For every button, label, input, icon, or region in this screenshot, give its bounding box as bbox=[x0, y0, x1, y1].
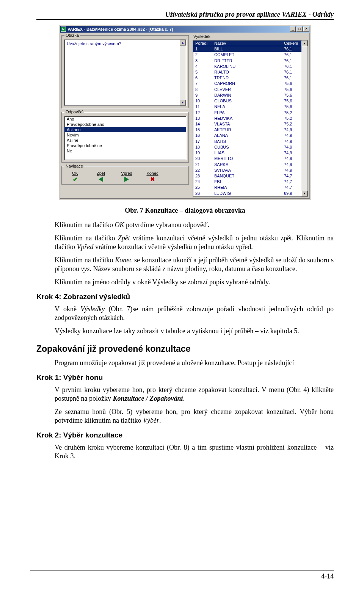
paragraph: Ze seznamu honů (Obr. 5) vybereme hon, p… bbox=[55, 408, 334, 425]
answer-option[interactable]: Pravděpodobně ne bbox=[64, 143, 186, 148]
ok-button[interactable]: OK ✔ bbox=[65, 171, 85, 183]
maximize-button[interactable]: □ bbox=[297, 27, 303, 32]
table-row[interactable]: 24EBI74,7 bbox=[193, 179, 308, 185]
answer-option[interactable]: Nevím bbox=[64, 132, 186, 138]
back-button[interactable]: Zpět bbox=[91, 171, 111, 183]
ok-button-label: OK bbox=[65, 171, 85, 176]
table-row[interactable]: 4KAROLINU76,1 bbox=[193, 64, 308, 69]
cell-name: RHEIA bbox=[212, 185, 282, 190]
cell-name: VLASTA bbox=[212, 121, 282, 127]
paragraph: Ve druhém kroku vybereme konzultaci (Obr… bbox=[55, 443, 334, 461]
table-row[interactable]: 16ALANA74,9 bbox=[193, 133, 308, 138]
close-button[interactable]: × bbox=[303, 27, 309, 32]
table-row[interactable]: 25RHEIA74,7 bbox=[193, 185, 308, 190]
table-row[interactable]: 19ILIAS74,9 bbox=[193, 150, 308, 156]
question-scrollbar[interactable]: ▲ ▼ bbox=[180, 40, 186, 105]
cell-rank: 18 bbox=[193, 144, 212, 150]
result-header-name[interactable]: Název bbox=[212, 41, 282, 46]
result-table-wrap: Pořadí Název Celkem 1BILL76,12COMPLET76,… bbox=[193, 40, 308, 197]
group-navigation-label: Navigace bbox=[64, 164, 84, 168]
forward-button-label: Vpřed bbox=[116, 171, 137, 176]
cell-rank: 15 bbox=[193, 127, 212, 133]
table-row[interactable]: 21SARKA74,9 bbox=[193, 161, 308, 167]
answer-option[interactable]: Pravděpodobně ano bbox=[64, 122, 186, 127]
end-button[interactable]: Konec ✖ bbox=[142, 171, 163, 183]
titlebar[interactable]: N VARIEX - Baze\Pšenice ozimá 2004.n32 -… bbox=[60, 26, 310, 33]
table-row[interactable]: 5RIALTO76,1 bbox=[193, 69, 308, 75]
cell-name: DARWIN bbox=[212, 92, 282, 98]
table-row[interactable]: 20MERITTO74,9 bbox=[193, 156, 308, 161]
cell-rank: 2 bbox=[193, 52, 212, 58]
table-row[interactable]: 3DRIFTER76,1 bbox=[193, 58, 308, 63]
result-table[interactable]: Pořadí Název Celkem 1BILL76,12COMPLET76,… bbox=[193, 41, 308, 196]
doc-header: Uživatelská příručka pro provoz aplikace… bbox=[36, 11, 334, 19]
cell-rank: 14 bbox=[193, 121, 212, 127]
cell-rank: 24 bbox=[193, 179, 212, 185]
cell-name: ELPA bbox=[212, 110, 282, 115]
table-row[interactable]: 23BANQUET74,7 bbox=[193, 173, 308, 179]
scroll-down-icon[interactable]: ▼ bbox=[301, 191, 308, 196]
cell-name: EBI bbox=[212, 179, 282, 185]
result-scrollbar[interactable]: ▲ ▼ bbox=[301, 41, 308, 196]
cell-name: CUBUS bbox=[212, 144, 282, 150]
scroll-track[interactable] bbox=[301, 46, 308, 191]
table-row[interactable]: 8CLEVER75,6 bbox=[193, 87, 308, 92]
section-heading: Zopakování již provedené konzultace bbox=[36, 344, 334, 354]
cell-name: ILIAS bbox=[212, 150, 282, 156]
table-row[interactable]: 1BILL76,1 bbox=[193, 46, 308, 52]
table-row[interactable]: 12ELPA75,2 bbox=[193, 110, 308, 115]
x-icon: ✖ bbox=[150, 176, 155, 183]
cell-rank: 10 bbox=[193, 98, 212, 104]
cell-name: BATIS bbox=[212, 139, 282, 144]
cell-name: COMPLET bbox=[212, 52, 282, 58]
table-row[interactable]: 11NELA75,6 bbox=[193, 104, 308, 110]
table-row[interactable]: 18CUBUS74,9 bbox=[193, 144, 308, 150]
question-textbox: Uvažujete s raným výsevem? ▲ ▼ bbox=[64, 39, 186, 106]
cell-name: BANQUET bbox=[212, 173, 282, 179]
answer-option[interactable]: Asi ne bbox=[64, 138, 186, 143]
paragraph: Kliknutím na tlačítko OK potvrdíme vybra… bbox=[55, 221, 334, 229]
group-question-label: Otázka bbox=[64, 33, 80, 38]
paragraph: Kliknutím na tlačítko Konec se konzultac… bbox=[55, 256, 334, 273]
arrow-left-icon bbox=[99, 177, 103, 182]
scroll-up-icon[interactable]: ▲ bbox=[180, 40, 186, 45]
table-row[interactable]: 15AKTEUR74,9 bbox=[193, 127, 308, 133]
table-row[interactable]: 2COMPLET76,1 bbox=[193, 52, 308, 58]
cell-rank: 13 bbox=[193, 116, 212, 121]
result-header-rank[interactable]: Pořadí bbox=[193, 41, 212, 46]
group-navigation: Navigace OK ✔ Zpět Vpřed bbox=[61, 166, 189, 185]
back-button-label: Zpět bbox=[91, 171, 111, 176]
answer-listbox[interactable]: AnoPravděpodobně anoAsi anoNevímAsi nePr… bbox=[64, 116, 186, 160]
answer-option[interactable]: Asi ano bbox=[64, 127, 186, 132]
scroll-down-icon[interactable]: ▼ bbox=[180, 100, 186, 105]
table-row[interactable]: 26LUDWIG69,9 bbox=[193, 190, 308, 196]
cell-name: BILL bbox=[212, 46, 282, 52]
answer-option[interactable]: Ne bbox=[64, 148, 186, 154]
scroll-track[interactable] bbox=[180, 45, 186, 100]
question-text: Uvažujete s raným výsevem? bbox=[67, 41, 121, 46]
cell-rank: 7 bbox=[193, 81, 212, 86]
page-footer: 4-14 bbox=[30, 571, 334, 580]
table-row[interactable]: 22SVITAVA74,9 bbox=[193, 168, 308, 173]
cell-name: CAPHORN bbox=[212, 81, 282, 86]
header-rule bbox=[36, 19, 334, 20]
table-row[interactable]: 7CAPHORN75,6 bbox=[193, 81, 308, 86]
table-row[interactable]: 14VLASTA75,2 bbox=[193, 121, 308, 127]
cell-name: ALANA bbox=[212, 133, 282, 138]
arrow-right-icon bbox=[124, 177, 129, 182]
answer-option[interactable]: Ano bbox=[64, 116, 186, 122]
minimize-button[interactable]: _ bbox=[290, 27, 296, 32]
forward-button[interactable]: Vpřed bbox=[116, 171, 137, 183]
table-row[interactable]: 17BATIS74,9 bbox=[193, 139, 308, 144]
scroll-up-icon[interactable]: ▲ bbox=[301, 41, 308, 46]
cell-name: KAROLINU bbox=[212, 64, 282, 69]
app-icon: N bbox=[61, 27, 66, 32]
cell-name: DRIFTER bbox=[212, 58, 282, 63]
table-row[interactable]: 9DARWIN75,6 bbox=[193, 92, 308, 98]
table-row[interactable]: 6TREND76,1 bbox=[193, 75, 308, 81]
table-row[interactable]: 10GLOBUS75,6 bbox=[193, 98, 308, 104]
table-row[interactable]: 13HEDVIKA75,2 bbox=[193, 116, 308, 121]
cell-rank: 8 bbox=[193, 87, 212, 92]
cell-rank: 22 bbox=[193, 168, 212, 173]
cell-rank: 4 bbox=[193, 64, 212, 69]
